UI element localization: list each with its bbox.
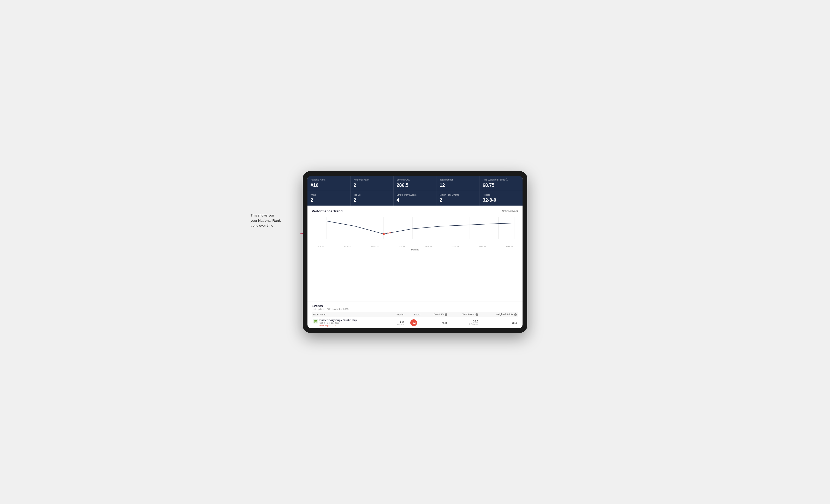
performance-section: Performance Trend National Rank <box>308 206 522 302</box>
x-label-mar24: MAR 24 <box>451 245 459 248</box>
col-event-sg: Event SG i <box>422 312 449 317</box>
total-points-sub: 3 Rounds <box>450 323 478 325</box>
col-total-points: Total Points i <box>449 312 480 317</box>
event-position-cell: 6th out of 7 <box>387 317 406 329</box>
stats-row-2: Wins 2 Top 3s 2 Stroke Play Events 4 Mat… <box>308 191 522 206</box>
total-points-cell: 28.3 3 Rounds <box>449 317 480 329</box>
col-position: Position <box>387 312 406 317</box>
stat-total-rounds-label: Total Rounds <box>440 178 476 181</box>
tablet-screen: National Rank #10 Regional Rank 2 Scorin… <box>308 176 522 328</box>
event-date: Oct 9 - Oct 10, 2023 <box>319 322 357 324</box>
stat-top3s: Top 3s 2 <box>351 191 393 206</box>
stat-total-rounds: Total Rounds 12 <box>437 176 479 191</box>
stat-top3s-value: 2 <box>354 198 390 203</box>
stat-scoring-avg-value: 286.5 <box>397 182 433 188</box>
stat-record-label: Record <box>483 194 519 197</box>
stat-match-play-value: 2 <box>440 198 476 203</box>
stat-stroke-play-events: Stroke Play Events 4 <box>393 191 437 206</box>
stat-wins-label: Wins <box>311 194 347 197</box>
event-score-badge: -22 <box>410 319 417 326</box>
stat-wins: Wins 2 <box>308 191 351 206</box>
weighted-points-info-icon: i <box>514 313 517 316</box>
x-label-oct23: OCT 23 <box>317 245 324 248</box>
table-row: 🌿 Buster Cozy Cup - Stroke Play Oct 9 - … <box>312 317 518 329</box>
annotation-line2-plain: your <box>251 219 258 223</box>
stat-stroke-play-label: Stroke Play Events <box>397 194 433 197</box>
events-title: Events <box>312 304 518 308</box>
events-last-updated: Last updated: 24th November 2023 <box>312 308 518 310</box>
stat-national-rank-value: #10 <box>311 182 347 188</box>
stat-total-rounds-value: 12 <box>440 182 476 188</box>
x-label-may24: MAY 24 <box>506 245 513 248</box>
events-section: Events Last updated: 24th November 2023 … <box>308 302 522 328</box>
stat-regional-rank-value: 2 <box>354 182 390 188</box>
weighted-points-value: 28.3 <box>481 322 517 324</box>
svg-text:#10: #10 <box>387 231 391 234</box>
x-label-apr24: APR 24 <box>479 245 486 248</box>
performance-legend: National Rank <box>502 210 518 212</box>
event-position-sub: out of 7 <box>389 323 404 326</box>
stat-match-play-events: Match Play Events 2 <box>437 191 479 206</box>
stat-stroke-play-value: 4 <box>397 198 433 203</box>
stat-scoring-avg: Scoring Avg. 286.5 <box>393 176 437 191</box>
x-axis-title: Months <box>312 248 518 251</box>
events-table: Event Name Position Score Event SG i Tot… <box>312 312 518 328</box>
x-label-nov23: NOV 23 <box>344 245 351 248</box>
annotation-line2-bold: National Rank <box>258 219 281 223</box>
annotation-line3: trend over time <box>251 224 273 228</box>
performance-header: Performance Trend National Rank <box>312 209 518 213</box>
event-sg-cell: 0.45 <box>422 317 449 329</box>
stat-top3s-label: Top 3s <box>354 194 390 197</box>
tablet-frame: National Rank #10 Regional Rank 2 Scorin… <box>303 171 527 333</box>
stat-scoring-avg-label: Scoring Avg. <box>397 178 433 181</box>
col-weighted-points: Weighted Points i <box>480 312 518 317</box>
annotation-text: This shows you your National Rank trend … <box>251 213 297 228</box>
total-points-info-icon: i <box>476 313 478 316</box>
stat-avg-weighted-label: Avg. Weighted Points ⓘ <box>483 178 519 181</box>
x-label-dec23: DEC 23 <box>371 245 379 248</box>
col-event-name: Event Name <box>312 312 387 317</box>
x-label-feb24: FEB 24 <box>425 245 432 248</box>
event-position: 6th <box>389 320 404 323</box>
event-icon: 🌿 <box>313 319 318 324</box>
rank-impact-text: Rank Impact: 3 ▼ <box>319 324 336 327</box>
x-axis-labels: OCT 23 NOV 23 DEC 23 JAN 24 FEB 24 MAR 2… <box>312 245 518 248</box>
event-name-cell: 🌿 Buster Cozy Cup - Stroke Play Oct 9 - … <box>312 317 387 329</box>
performance-title: Performance Trend <box>312 209 343 213</box>
event-score-cell: -22 <box>406 317 422 329</box>
performance-chart: #10 <box>312 216 518 244</box>
col-score: Score <box>406 312 422 317</box>
event-sg-value: 0.45 <box>423 322 448 324</box>
stat-avg-weighted-value: 68.75 <box>483 182 519 188</box>
stat-regional-rank: Regional Rank 2 <box>351 176 393 191</box>
x-label-jan24: JAN 24 <box>398 245 405 248</box>
event-rank-impact: Rank Impact: 3 ▼ <box>319 324 357 327</box>
stats-row-1: National Rank #10 Regional Rank 2 Scorin… <box>308 176 522 191</box>
stat-regional-rank-label: Regional Rank <box>354 178 390 181</box>
stat-match-play-label: Match Play Events <box>440 194 476 197</box>
event-name: Buster Cozy Cup - Stroke Play <box>319 319 357 322</box>
annotation-line1: This shows you <box>251 213 274 217</box>
stat-national-rank-label: National Rank <box>311 178 347 181</box>
stat-wins-value: 2 <box>311 198 347 203</box>
svg-point-9 <box>383 233 385 235</box>
weighted-points-cell: 28.3 <box>480 317 518 329</box>
event-sg-info-icon: i <box>445 313 447 316</box>
events-table-header: Event Name Position Score Event SG i Tot… <box>312 312 518 317</box>
stat-record: Record 32-8-0 <box>479 191 522 206</box>
chart-area: #10 <box>312 216 518 244</box>
total-points-value: 28.3 <box>450 320 478 323</box>
stat-record-value: 32-8-0 <box>483 198 519 203</box>
stat-national-rank: National Rank #10 <box>308 176 351 191</box>
stat-avg-weighted-points: Avg. Weighted Points ⓘ 68.75 <box>479 176 522 191</box>
